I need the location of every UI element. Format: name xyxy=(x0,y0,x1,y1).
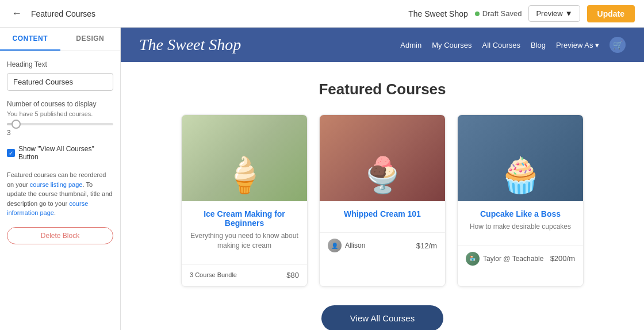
site-name: The Sweet Shop xyxy=(408,9,468,18)
author-name-2: Allison xyxy=(345,241,365,250)
preview-label: Preview xyxy=(536,9,562,18)
tab-content[interactable]: CONTENT xyxy=(0,28,60,51)
view-all-label: Show "View All Courses" Button xyxy=(18,145,113,161)
slider-thumb[interactable] xyxy=(12,120,21,129)
top-bar: ← Featured Courses The Sweet Shop Draft … xyxy=(0,0,644,28)
course-desc-1: Everything you need to know about making… xyxy=(190,231,299,251)
course-desc-3: How to make desirable cupcakes xyxy=(466,222,575,232)
courses-slider-track xyxy=(7,123,113,125)
author-row-2: 👤 Allison xyxy=(328,239,365,252)
sidebar-content: Heading Text Number of courses to displa… xyxy=(0,51,120,330)
course-body-3: Cupcake Like a Boss How to make desirabl… xyxy=(458,201,583,245)
heading-input[interactable] xyxy=(7,73,113,91)
draft-status: Draft Saved xyxy=(475,9,522,18)
sidebar-tabs: CONTENT DESIGN xyxy=(0,28,120,51)
back-button[interactable]: ← xyxy=(9,5,24,22)
course-price-1: $80 xyxy=(286,271,299,279)
page-title: Featured Courses xyxy=(31,9,401,18)
course-card-1: Ice Cream Making for Beginners Everythin… xyxy=(181,114,308,287)
view-all-wrap: View All Courses xyxy=(139,305,626,330)
nav-my-courses[interactable]: My Courses xyxy=(432,41,471,49)
course-title-2[interactable]: Whipped Cream 101 xyxy=(328,209,437,218)
course-price-2: $12/m xyxy=(416,241,437,250)
course-body-2: Whipped Cream 101 xyxy=(320,201,445,232)
site-header: The Sweet Shop Admin My Courses All Cour… xyxy=(121,28,644,62)
course-title-1[interactable]: Ice Cream Making for Beginners xyxy=(190,209,299,228)
draft-status-text: Draft Saved xyxy=(482,9,522,18)
preview-button[interactable]: Preview ▼ xyxy=(528,5,580,22)
preview-area: The Sweet Shop Admin My Courses All Cour… xyxy=(121,28,644,330)
course-listing-link[interactable]: course listing page xyxy=(30,181,83,188)
course-thumb-1 xyxy=(182,115,307,201)
cart-icon[interactable]: 🛒 xyxy=(610,37,626,53)
main-layout: CONTENT DESIGN Heading Text Number of co… xyxy=(0,28,644,330)
update-button[interactable]: Update xyxy=(587,5,635,22)
nav-admin[interactable]: Admin xyxy=(400,41,421,49)
delete-block-button[interactable]: Delete Block xyxy=(7,227,113,244)
site-logo: The Sweet Shop xyxy=(139,36,241,54)
bundle-label-1: 3 Course Bundle xyxy=(190,271,237,278)
info-text: Featured courses can be reordered on you… xyxy=(7,170,113,218)
site-nav: Admin My Courses All Courses Blog Previe… xyxy=(400,37,626,53)
sidebar: CONTENT DESIGN Heading Text Number of co… xyxy=(0,28,121,330)
avatar-taylor: 🏪 xyxy=(466,252,480,266)
course-card-2: Whipped Cream 101 👤 Allison $12/m xyxy=(319,114,446,287)
course-title-3[interactable]: Cupcake Like a Boss xyxy=(466,209,575,218)
author-name-3: Taylor @ Teachable xyxy=(483,255,543,263)
section-title: Featured Courses xyxy=(139,80,626,98)
info-text-after: . xyxy=(54,209,56,216)
view-all-button[interactable]: View All Courses xyxy=(321,305,443,330)
nav-blog[interactable]: Blog xyxy=(531,41,546,49)
course-card-3: Cupcake Like a Boss How to make desirabl… xyxy=(457,114,584,287)
course-price-3: $200/m xyxy=(550,254,575,263)
view-all-checkbox-row: Show "View All Courses" Button xyxy=(7,145,113,161)
avatar-allison: 👤 xyxy=(328,239,342,252)
content-section: Featured Courses Ice Cream Making for Be… xyxy=(121,62,644,330)
draft-dot xyxy=(475,11,480,16)
num-courses-label: Number of courses to display xyxy=(7,100,113,108)
nav-preview-as[interactable]: Preview As ▾ xyxy=(556,41,599,49)
course-thumb-3 xyxy=(458,115,583,201)
chevron-down-icon: ▼ xyxy=(565,9,573,18)
course-footer-1: 3 Course Bundle $80 xyxy=(182,264,307,286)
tab-design[interactable]: DESIGN xyxy=(60,28,121,51)
course-footer-3: 🏪 Taylor @ Teachable $200/m xyxy=(458,245,583,273)
published-text: You have 5 published courses. xyxy=(7,110,113,117)
course-footer-2: 👤 Allison $12/m xyxy=(320,232,445,259)
nav-all-courses[interactable]: All Courses xyxy=(482,41,520,49)
view-all-checkbox[interactable] xyxy=(7,149,15,157)
heading-label: Heading Text xyxy=(7,60,113,68)
course-body-1: Ice Cream Making for Beginners Everythin… xyxy=(182,201,307,264)
courses-grid: Ice Cream Making for Beginners Everythin… xyxy=(139,114,626,287)
slider-value: 3 xyxy=(7,129,113,137)
course-thumb-2 xyxy=(320,115,445,201)
author-row-3: 🏪 Taylor @ Teachable xyxy=(466,252,543,266)
